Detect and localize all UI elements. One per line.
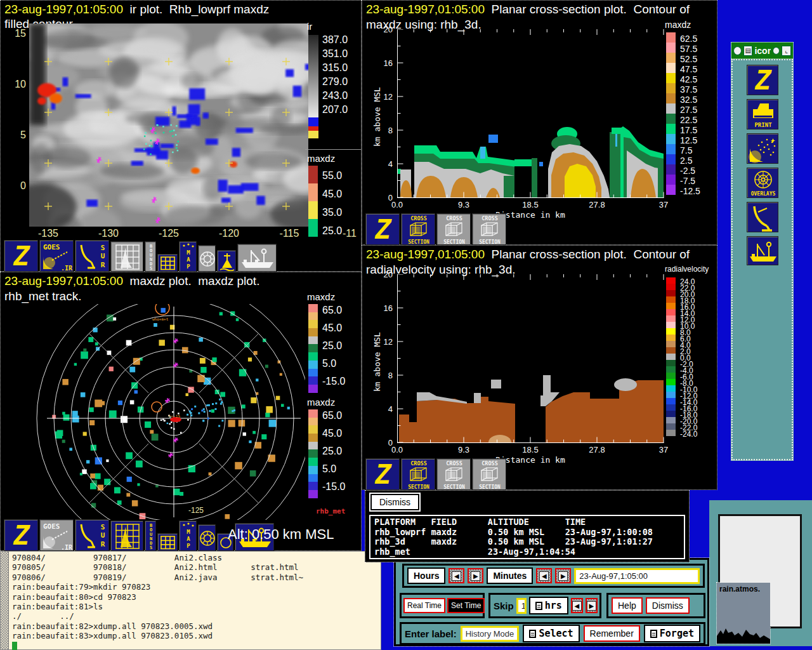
- svg-text:CROSS: CROSS: [481, 215, 498, 222]
- cross-section-icon[interactable]: CROSSSECTION: [402, 459, 435, 489]
- colorbar-tick: 25.0: [322, 225, 342, 237]
- ship-big-icon[interactable]: [747, 237, 778, 265]
- cross-section-icon[interactable]: CROSSSECTION: [402, 214, 435, 244]
- timestamp: 23-aug-1997,01:05:00: [4, 3, 123, 16]
- goes-icon[interactable]: GOES.IR: [40, 520, 73, 550]
- colorbar-tick: 47.5: [680, 64, 697, 74]
- buoy-icon[interactable]: [218, 251, 235, 271]
- grid-icon[interactable]: [111, 242, 143, 271]
- y-axis-tick: 8: [388, 126, 393, 135]
- cross-section-icon[interactable]: CROSSSECTION: [473, 214, 506, 244]
- zebra-icon[interactable]: Z: [366, 214, 399, 244]
- minutes-forward-button[interactable]: ▶: [555, 568, 571, 583]
- overlays-icon[interactable]: OVERLAYS: [747, 168, 778, 197]
- window-menu-button[interactable]: [733, 46, 742, 55]
- grid-small-icon[interactable]: [158, 534, 177, 550]
- dismiss-button[interactable]: Dismiss: [646, 597, 690, 614]
- cross-section-plot-maxdz[interactable]: [397, 29, 664, 198]
- svg-text:PRINT: PRINT: [754, 122, 772, 128]
- x-axis-tick: 27.8: [589, 445, 605, 454]
- remember-button[interactable]: Remember: [584, 625, 640, 642]
- colorbar-cell: [666, 290, 676, 296]
- label-input[interactable]: History Mode: [461, 626, 520, 642]
- colorbar-cell: [308, 336, 318, 345]
- terminal-scrollbar[interactable]: [1, 552, 9, 649]
- colorbar-cell: [666, 185, 676, 195]
- ship-icon[interactable]: [238, 244, 276, 271]
- arrow-right-icon: ▶: [587, 601, 596, 611]
- skip-units-button[interactable]: hrs: [529, 597, 568, 614]
- colorbar-label: maxdz: [307, 291, 335, 302]
- terminal-line: rain:beaufait:80>cd 970823: [12, 592, 303, 602]
- svg-text:SECTION: SECTION: [443, 484, 465, 490]
- minutes-back-button[interactable]: ◀: [536, 568, 552, 583]
- window-button[interactable]: [773, 47, 780, 55]
- grid-icon[interactable]: [111, 521, 143, 550]
- hours-forward-button[interactable]: ▶: [468, 568, 483, 583]
- satellite-icon[interactable]: [747, 134, 778, 163]
- cross-section-icon[interactable]: CROSSSECTION: [437, 214, 470, 244]
- zebra-icon[interactable]: Z: [366, 459, 399, 489]
- cross-section-icon[interactable]: CROSSSECTION: [473, 459, 506, 489]
- grid-small-icon[interactable]: [158, 255, 177, 271]
- colorbar-cell: [666, 417, 676, 423]
- skip-input[interactable]: 1: [516, 598, 527, 614]
- bounds-icon[interactable]: BOUNDS: [145, 242, 155, 271]
- colorbar-cells: [666, 32, 676, 195]
- colorbar-cell: [308, 434, 318, 442]
- print-icon[interactable]: PRINT: [747, 100, 778, 129]
- real-time-button[interactable]: Real Time: [403, 598, 445, 613]
- terminal-window[interactable]: 970804/ 970817/ Ani2.class970805/ 970818…: [0, 551, 381, 650]
- x-axis-tick: 18.5: [522, 200, 538, 209]
- hours-back-button[interactable]: ◀: [449, 568, 464, 583]
- dish-icon[interactable]: [747, 202, 778, 232]
- hours-button[interactable]: Hours: [407, 567, 445, 584]
- zebra-big-icon[interactable]: Z: [747, 65, 778, 95]
- menu-icon[interactable]: ▤: [743, 46, 753, 56]
- cross-section-icon[interactable]: CROSSSECTION: [437, 459, 470, 489]
- colorbar-cell: [308, 320, 318, 328]
- svg-text:S: S: [150, 545, 152, 550]
- select-button[interactable]: Select: [523, 625, 579, 642]
- sur-icon[interactable]: SUR: [75, 241, 108, 271]
- sur-icon[interactable]: SUR: [75, 520, 108, 550]
- rings-icon[interactable]: [199, 525, 215, 550]
- y-axis-tick: 10: [15, 79, 26, 90]
- goes-icon[interactable]: GOES.IR: [40, 241, 73, 271]
- icon-panel-titlebar[interactable]: ▤ icon ⌞: [731, 43, 793, 59]
- map-icon[interactable]: MAP: [180, 521, 196, 550]
- popup-dismiss-button[interactable]: Dismiss: [370, 494, 419, 510]
- skip-forward-button[interactable]: ▶: [586, 598, 598, 613]
- help-button[interactable]: Help: [612, 597, 643, 614]
- bounds-icon[interactable]: BOUNDS: [145, 521, 155, 550]
- colorbar-cell: [308, 449, 318, 458]
- x-axis-tick: 18.5: [522, 445, 538, 454]
- x-axis-tick: 37: [659, 445, 668, 454]
- zebra-icon[interactable]: Z: [4, 241, 37, 271]
- timestamp: 23-aug-1997,01:05:00: [4, 274, 123, 288]
- ir-satellite-image[interactable]: [29, 23, 308, 227]
- rain-atmos-icon-window[interactable]: rain.atmos.: [717, 583, 770, 644]
- platform-table-row: rhb_3d maxdz 0.50 km MSL 23-Aug-97,1:01:…: [374, 537, 680, 547]
- platform-table-row: PLATFORM FIELD ALTITUDE TIME: [374, 517, 680, 527]
- colorbar-cell: [308, 442, 318, 450]
- menu-icon: [650, 630, 657, 638]
- cross-section-plot-radialvelocity[interactable]: [397, 274, 664, 443]
- skip-back-button[interactable]: ◀: [571, 598, 583, 613]
- colorbar-cells: [666, 277, 676, 436]
- colorbar-cell: [308, 376, 318, 385]
- map-icon[interactable]: MAP: [180, 242, 196, 271]
- forget-button[interactable]: Forget: [644, 625, 700, 642]
- set-time-button[interactable]: Set Time: [447, 598, 485, 613]
- radar-display[interactable]: b<-15who+m+t: [4, 304, 305, 520]
- colorbar-cell: [308, 385, 318, 393]
- iconify-button[interactable]: ⌞: [782, 46, 791, 56]
- terminal-text: 970804/ 970817/ Ani2.class970805/ 970818…: [12, 553, 303, 650]
- colorbar-cell: [308, 361, 318, 369]
- zebra-icon[interactable]: Z: [4, 520, 37, 550]
- minutes-button[interactable]: Minutes: [487, 567, 533, 584]
- colorbar-cell: [308, 328, 318, 336]
- rings-icon[interactable]: [199, 246, 215, 271]
- time-input[interactable]: 23-Aug-97,1:05:00: [574, 568, 700, 584]
- colorbar-cell: [666, 373, 676, 379]
